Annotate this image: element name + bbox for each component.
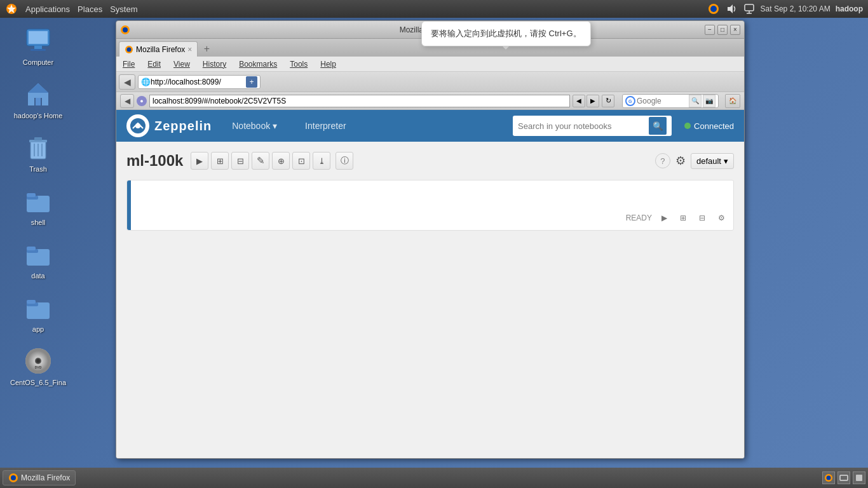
svg-rect-9 [29, 31, 48, 44]
search-icon: 🔍 [653, 121, 663, 131]
maximize-btn[interactable]: □ [717, 25, 728, 35]
paragraph-table-btn[interactable]: ⊟ [695, 211, 709, 225]
notebook-right-controls: ? ⚙ default ▾ [655, 153, 734, 169]
desktop-icon-centos[interactable]: DVD CentOS_6.5_Fina [13, 346, 64, 386]
firefox-taskbar-icon[interactable] [707, 3, 720, 15]
export-notebook-btn[interactable]: ⊡ [292, 152, 310, 170]
tab-label: Mozilla Firefox [136, 45, 185, 54]
info-btn[interactable]: ⓘ [336, 152, 353, 170]
browser-tab[interactable]: Mozilla Firefox × [119, 41, 198, 57]
clear-output-btn[interactable]: ✎ [252, 152, 269, 170]
minimize-btn[interactable]: − [705, 25, 715, 35]
tray-icon-2[interactable] [837, 471, 850, 484]
menu-file[interactable]: File [120, 58, 137, 70]
back-btn[interactable]: ◀ [119, 74, 135, 90]
system-tray [822, 471, 865, 484]
tray-icon-1[interactable] [822, 471, 835, 484]
svg-rect-26 [27, 247, 36, 250]
paragraph-content[interactable] [140, 186, 728, 191]
browser-title: Mozilla F... [130, 25, 705, 34]
help-btn[interactable]: ? [655, 153, 670, 168]
address-bar-container: 🌐 + [138, 75, 261, 89]
desktop-icon-home[interactable]: hadoop's Home [13, 79, 64, 119]
run-all-btn[interactable]: ▶ [191, 152, 208, 170]
notebook-title: ml-100k [126, 152, 183, 170]
paragraph-run-btn[interactable]: ▶ [657, 211, 671, 225]
desktop-icon-data[interactable]: data [13, 239, 64, 280]
dvd-icon: DVD [23, 346, 53, 376]
taskbar-apps: Applications Places System [5, 3, 137, 15]
notebook-search-input[interactable] [518, 121, 645, 131]
google-colored-logo: G [625, 96, 635, 106]
menu-history[interactable]: History [200, 58, 229, 70]
notebook-settings-btn[interactable]: ⚙ [675, 154, 686, 168]
firefox-icon [120, 25, 130, 35]
interpreter-dropdown[interactable]: default ▾ [691, 153, 734, 169]
clone-notebook-btn[interactable]: ⊕ [272, 152, 290, 170]
network-icon[interactable] [743, 3, 756, 15]
google-search-btn[interactable]: 🔍 [689, 95, 702, 107]
gnome-icon[interactable] [5, 3, 18, 15]
notebook-search-btn[interactable]: 🔍 [649, 117, 667, 135]
notebook-content: ml-100k ▶ ⊞ ⊟ ✎ ⊕ ⊡ ⤓ ⓘ ? ⚙ [116, 142, 744, 459]
menu-tools[interactable]: Tools [287, 58, 310, 70]
menu-edit[interactable]: Edit [145, 58, 163, 70]
svg-point-42 [135, 123, 140, 128]
notebook-toolbar: ▶ ⊞ ⊟ ✎ ⊕ ⊡ ⤓ ⓘ [191, 152, 353, 170]
paragraph-expand-btn[interactable]: ⊞ [676, 211, 690, 225]
connection-status: Connected [684, 121, 734, 131]
tray-icon-3[interactable] [853, 471, 865, 484]
tab-firefox-icon [125, 45, 133, 54]
menu-view[interactable]: View [171, 58, 193, 70]
menu-help[interactable]: Help [318, 58, 339, 70]
download-notebook-btn[interactable]: ⤓ [313, 152, 330, 170]
hide-code-btn[interactable]: ⊞ [211, 152, 229, 170]
location-arrow-right[interactable]: ▶ [587, 95, 599, 107]
menu-bookmarks[interactable]: Bookmarks [236, 58, 280, 70]
applications-menu[interactable]: Applications [25, 4, 70, 14]
trash-icon [23, 132, 53, 163]
browser-toolbar: ◀ 🌐 + [116, 72, 744, 92]
nav-interpreter[interactable]: Interpreter [297, 116, 354, 136]
home-nav-btn[interactable]: 🏠 [725, 94, 740, 108]
url-input[interactable] [151, 78, 246, 86]
zeppelin-logo-text: Zeppelin [154, 119, 212, 133]
desktop-icon-app[interactable]: app [13, 292, 64, 333]
tooltip: 要将输入定向到此虚拟机，请按 Ctrl+G。 [421, 21, 591, 46]
tab-close[interactable]: × [187, 45, 192, 54]
google-input[interactable] [637, 97, 688, 105]
reload-btn[interactable]: ↻ [602, 95, 614, 107]
system-menu[interactable]: System [110, 4, 137, 14]
desktop-icon-shell[interactable]: shell [13, 186, 64, 226]
google-cam-btn[interactable]: 📷 [703, 95, 715, 107]
desktop-icon-computer[interactable]: Computer [13, 25, 64, 66]
centos-label: CentOS_6.5_Fina [10, 379, 66, 386]
paragraph: READY ▶ ⊞ ⊟ ⚙ [126, 180, 734, 231]
address-bar[interactable]: 🌐 + [138, 75, 261, 89]
svg-point-36 [123, 27, 128, 32]
tooltip-text: 要将输入定向到此虚拟机，请按 Ctrl+G。 [431, 29, 581, 38]
add-bookmark-btn[interactable]: + [246, 76, 257, 88]
new-tab-btn[interactable]: + [199, 41, 214, 57]
nav-notebook[interactable]: Notebook ▾ [224, 116, 285, 136]
close-btn[interactable]: × [730, 25, 740, 35]
paragraph-status: READY ▶ ⊞ ⊟ ⚙ [626, 211, 728, 225]
svg-rect-48 [856, 475, 862, 481]
firefox-taskbar-label: Mozilla Firefox [21, 473, 70, 482]
paragraph-settings-btn[interactable]: ⚙ [714, 211, 728, 225]
location-back-btn[interactable]: ◀ [120, 94, 134, 108]
desktop-icon-trash[interactable]: Trash [13, 132, 64, 173]
shell-folder-icon [23, 186, 53, 216]
connected-dot [684, 123, 691, 129]
firefox-taskbar-item[interactable]: Mozilla Firefox [3, 470, 76, 485]
location-arrow-left[interactable]: ◀ [573, 95, 585, 107]
hide-output-btn[interactable]: ⊟ [231, 152, 249, 170]
computer-label: Computer [23, 58, 53, 66]
home-icon [23, 79, 53, 109]
location-secure-icon: ● [137, 96, 147, 106]
places-menu[interactable]: Places [78, 4, 102, 14]
svg-marker-4 [728, 4, 733, 13]
location-input[interactable] [149, 95, 570, 107]
volume-icon[interactable] [725, 3, 738, 15]
svg-marker-13 [28, 83, 48, 93]
